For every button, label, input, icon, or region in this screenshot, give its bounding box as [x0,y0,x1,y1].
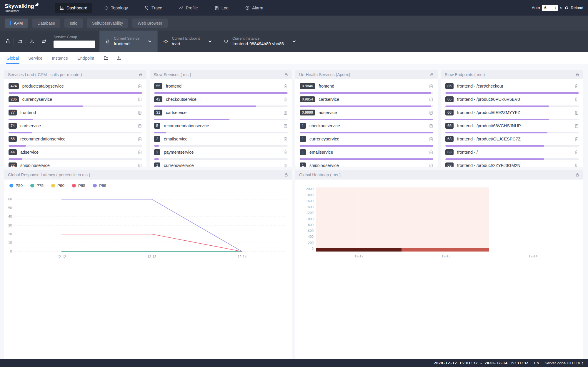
list-item-row: 2 paymentservice [154,148,288,156]
copy-icon[interactable] [138,84,142,88]
service-group-input[interactable] [54,41,95,48]
legend-item-p90[interactable]: P90 [51,183,64,188]
nav-item-trace[interactable]: Trace [140,3,167,13]
copy-icon[interactable] [574,97,579,102]
copy-icon[interactable] [138,97,142,102]
list-item[interactable]: 5 recommendationservice [154,122,288,135]
list-item[interactable]: 22 shippingservice [9,162,142,167]
list-item[interactable]: 74 cartservice [9,122,142,135]
copy-icon[interactable] [429,150,433,155]
list-item[interactable]: 0.9854 cartservice [300,95,433,109]
list-item[interactable]: 66 frontend - /product/0PUK6V6EV0 [445,95,579,109]
list-item-row: 74 cartservice [9,122,142,130]
copy-icon[interactable] [574,150,579,155]
copy-icon[interactable] [138,124,142,128]
copy-icon[interactable] [283,124,288,128]
nav-item-log[interactable]: Log [210,3,233,13]
page-tab-endpoint[interactable]: Endpoint [77,52,94,64]
copy-icon[interactable] [574,84,579,88]
nav-item-label: Log [221,6,229,10]
copy-icon[interactable] [138,163,142,167]
folder-icon[interactable] [104,56,109,61]
folder-button[interactable] [14,31,26,52]
page-tab-global[interactable]: Global [6,52,19,64]
page-tab-instance[interactable]: Instance [52,52,68,64]
copy-icon[interactable] [429,163,433,167]
legend-item-p99[interactable]: P99 [93,183,106,188]
number-spinner-icon[interactable] [554,6,557,10]
workspace-tab-selfobservability[interactable]: SelfObservability [87,19,128,28]
list-item[interactable]: 66 frontend - /product/6E92ZMYYFZ [445,109,579,122]
nav-item-profile[interactable]: Profile [174,3,203,13]
list-item[interactable]: 1 checkoutservice [300,122,433,135]
list-item[interactable]: 77 frontend [9,109,142,122]
copy-icon[interactable] [429,84,433,88]
copy-icon[interactable] [429,124,433,128]
legend-item-p95[interactable]: P95 [72,183,85,188]
auto-interval-input[interactable]: 6 [542,5,558,11]
copy-icon[interactable] [429,97,433,102]
copy-icon[interactable] [283,84,288,88]
list-item[interactable]: 44 adservice [9,148,142,162]
legend-item-p50[interactable]: P50 [9,183,23,188]
workspace-tab-web-browser[interactable]: Web Browser [132,19,168,28]
workspace-tab-istio[interactable]: Istio [64,19,83,28]
lock-button[interactable] [2,31,14,52]
auto-label: Auto [532,6,540,10]
list-item[interactable]: 63 frontend - /product/OLJCESPC7Z [445,135,579,148]
list-item[interactable]: 2 emailservice [154,135,288,148]
list-item[interactable]: 0.9999 adservice [300,109,433,122]
language-toggle[interactable]: En [534,361,539,365]
selector-instance[interactable]: Current Instance frontend-988494b89-vbn8… [218,31,302,52]
list-item[interactable]: 63 frontend - / [445,148,579,162]
time-range-picker[interactable]: 2020-12-12 15:01:32 ~ 2020-12-14 15:31:3… [434,361,528,365]
workspace-tab-database[interactable]: Database [32,19,60,28]
copy-icon[interactable] [283,137,288,141]
list-item[interactable]: 65 frontend - /product/66VCHSJNUP [445,122,579,135]
copy-icon[interactable] [138,110,142,115]
refresh-button[interactable] [38,31,50,52]
copy-icon[interactable] [574,110,579,115]
selector-endpoint[interactable]: <> Current Endpoint /cart [157,31,218,52]
list-item[interactable]: 55 frontend [154,82,288,95]
item-label: frontend - /product/0PUK6V6EV0 [457,97,574,102]
copy-icon[interactable] [138,137,142,141]
nav-item-alarm[interactable]: Alarm [240,3,268,13]
copy-icon[interactable] [429,110,433,115]
legend-item-p75[interactable]: P75 [30,183,44,188]
server-zone-control[interactable]: Server Zone UTC +0 [545,361,584,365]
copy-icon[interactable] [283,110,288,115]
list-item[interactable]: 1 currencyservice [300,135,433,148]
copy-icon[interactable] [138,150,142,155]
reload-button[interactable]: Reload [564,6,583,10]
selector-service[interactable]: Current Service frontend [99,31,157,52]
list-item[interactable]: 424 productcatalogservice [9,82,142,95]
nav-item-dashboard[interactable]: Dashboard [55,3,92,13]
copy-icon[interactable] [574,137,579,141]
brand[interactable]: Skywalking Rocketbot [5,3,39,13]
list-item[interactable]: 2 paymentservice [154,148,288,162]
copy-icon[interactable] [283,163,288,167]
list-item[interactable]: 31 cartservice [154,109,288,122]
copy-icon[interactable] [574,163,579,167]
copy-icon[interactable] [283,97,288,102]
list-item[interactable]: 1 currencyservice [154,162,288,167]
page-tab-service[interactable]: Service [28,52,42,64]
list-item[interactable]: 0.9846 frontend [300,82,433,95]
list-item[interactable]: 42 checkoutservice [154,95,288,109]
list-item[interactable]: 55 recommendationservice [9,135,142,148]
zone-spinner-icon[interactable] [582,361,584,365]
list-item[interactable]: 1 emailservice [300,148,433,162]
nav-item-topology[interactable]: Topology [99,3,133,13]
list-item[interactable]: 236 currencyservice [9,95,142,109]
list-item[interactable]: 1 shippingservice [300,162,433,167]
svg-text:200: 200 [308,241,314,244]
list-item[interactable]: 63 frontend - /product/2ZYFJ3GM2N [445,162,579,167]
copy-icon[interactable] [574,124,579,128]
list-item[interactable]: 85 frontend - /cart/checkout [445,82,579,95]
copy-icon[interactable] [429,137,433,141]
workspace-tab-apm[interactable]: APM [5,19,28,28]
copy-icon[interactable] [283,150,288,155]
download-button[interactable] [26,31,38,52]
download-icon[interactable] [116,56,121,61]
